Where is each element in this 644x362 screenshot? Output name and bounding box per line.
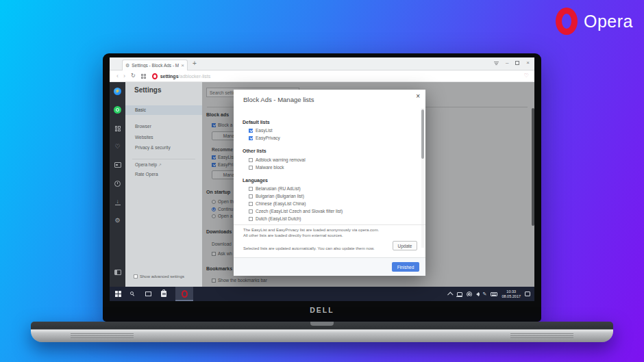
list-item[interactable]: Adblock warning removal [249, 157, 306, 162]
opera-brand-name: Opera [584, 12, 633, 31]
tab-menu-icon[interactable] [494, 62, 499, 65]
nav-item-websites[interactable]: Websites [125, 133, 202, 142]
dutch-checkbox[interactable] [249, 217, 253, 221]
nav-item-rate-opera[interactable]: Rate Opera [125, 170, 202, 179]
nav-item-opera-help[interactable]: Opera help ↗ [125, 160, 202, 170]
list-item[interactable]: Bulgarian (Bulgarian list) [249, 194, 304, 198]
update-hint-text: Selected lists are updated automatically… [243, 246, 375, 250]
settings-page-title: Settings [134, 86, 161, 94]
personal-news-icon[interactable] [110, 160, 125, 170]
other-lists-heading: Other lists [243, 148, 267, 153]
browser-tab-bar: ⚙ Settings - Block Ads - Ma × + – × [110, 57, 534, 70]
list-item[interactable]: Belarusian (RU AdList) [249, 186, 301, 191]
url-secondary: /adblocker-lists [179, 74, 211, 79]
list-item[interactable]: Malware block [249, 165, 284, 170]
czech-checkbox[interactable] [249, 209, 253, 214]
nav-item-browser[interactable]: Browser [125, 122, 202, 131]
close-window-button[interactable]: × [526, 60, 530, 66]
tray-keyboard-icon[interactable] [491, 292, 497, 296]
list-item[interactable]: EasyList [249, 128, 273, 133]
advanced-settings-row[interactable]: Show advanced settings [134, 274, 184, 279]
maximize-button[interactable] [515, 61, 519, 65]
advanced-settings-checkbox[interactable] [134, 274, 138, 279]
malware-block-checkbox[interactable] [249, 166, 253, 170]
tray-chevron-icon[interactable] [447, 292, 453, 297]
list-item[interactable]: Czech (EasyList Czech and Slovak filter … [249, 209, 343, 214]
forward-icon[interactable]: › [123, 73, 125, 79]
belarusian-checkbox[interactable] [249, 187, 253, 191]
bookmark-heart-icon[interactable]: ♡ [524, 73, 529, 79]
sidebar-toggle-icon[interactable] [110, 268, 125, 277]
opera-logo-icon [556, 8, 578, 35]
start-button[interactable] [112, 287, 124, 301]
taskbar-clock[interactable]: 10:33 08.05.2017 [501, 289, 521, 298]
finished-button[interactable]: Finished [392, 262, 419, 272]
tray-pen-icon[interactable]: ✎ [483, 292, 487, 296]
url-field[interactable]: settings/adblocker-lists [160, 74, 211, 79]
dialog-close-icon[interactable]: × [416, 93, 420, 100]
dialog-footer: Finished [234, 257, 425, 276]
nav-item-privacy[interactable]: Privacy & security [125, 143, 202, 153]
settings-gear-icon: ⚙ [125, 63, 129, 68]
update-button[interactable]: Update [393, 241, 417, 250]
nav-divider [132, 159, 195, 159]
opera-url-badge-icon [152, 73, 158, 79]
downloads-icon[interactable]: ↓ [110, 198, 125, 207]
task-view-icon[interactable] [142, 287, 154, 301]
tray-display-icon[interactable] [457, 292, 462, 296]
url-primary: settings [160, 74, 179, 79]
windows-taskbar: ✎ 10:33 08.05.2017 [110, 287, 534, 301]
list-item[interactable]: EasyPrivacy [249, 135, 280, 140]
chinese-checkbox[interactable] [249, 202, 253, 206]
whatsapp-icon[interactable] [110, 105, 125, 114]
nav-item-basic[interactable]: Basic [125, 105, 202, 115]
manage-lists-dialog: Block Ads - Manage lists × Default lists… [234, 90, 425, 276]
bulgarian-checkbox[interactable] [249, 194, 253, 198]
laptop-lid-notch [310, 322, 334, 326]
dell-logo: DELL [103, 306, 541, 314]
settings-gear-icon[interactable]: ⚙ [110, 216, 125, 225]
clock-date: 08.05.2017 [501, 294, 521, 299]
tab-close-icon[interactable]: × [181, 63, 184, 68]
opera-brand: Opera [556, 8, 633, 35]
bookmarks-heart-icon[interactable]: ♡ [110, 142, 125, 151]
browser-tab[interactable]: ⚙ Settings - Block Ads - Ma × [122, 60, 188, 70]
speaker-grille-right [510, 333, 573, 339]
speaker-grille-left [71, 333, 134, 339]
adblock-warning-checkbox[interactable] [249, 158, 253, 162]
dialog-info-text: The EasyList and EasyPrivacy list are lo… [243, 228, 379, 238]
messenger-icon[interactable]: ⚡ [110, 86, 125, 96]
advanced-settings-label: Show advanced settings [140, 274, 184, 279]
list-item[interactable]: Chinese (EasyList China) [249, 201, 306, 206]
store-icon[interactable] [158, 287, 170, 301]
speed-dial-grid-icon[interactable] [110, 124, 125, 133]
easyprivacy-dialog-checkbox[interactable] [249, 136, 253, 140]
taskbar-search-icon[interactable] [127, 287, 138, 301]
reload-icon[interactable]: ↻ [131, 73, 136, 79]
external-link-icon: ↗ [158, 163, 162, 167]
tray-network-icon[interactable] [467, 292, 472, 296]
dialog-scrollbar-thumb[interactable] [421, 109, 424, 159]
minimize-button[interactable]: – [506, 60, 508, 66]
speed-dial-icon[interactable] [141, 74, 146, 79]
history-clock-icon[interactable] [110, 179, 125, 188]
tab-title: Settings - Block Ads - Ma [132, 63, 179, 68]
tray-volume-icon[interactable] [476, 292, 479, 296]
action-center-icon[interactable] [525, 292, 530, 296]
opera-sidebar: ⚡ ♡ ↓ ⚙ [110, 82, 125, 287]
windows-logo-icon [115, 291, 121, 297]
laptop-base [31, 322, 613, 342]
laptop-display: ⚙ Settings - Block Ads - Ma × + – × ‹ › … [110, 57, 534, 301]
new-tab-button[interactable]: + [193, 60, 197, 67]
dialog-scrollbar[interactable] [421, 108, 424, 248]
languages-heading: Languages [243, 178, 268, 183]
default-lists-heading: Default lists [243, 120, 270, 125]
dialog-divider [234, 224, 425, 225]
address-bar: ‹ › ↻ settings/adblocker-lists ♡ [110, 70, 534, 82]
back-icon[interactable]: ‹ [116, 73, 119, 79]
easylist-dialog-checkbox[interactable] [249, 129, 253, 133]
dialog-title: Block Ads - Manage lists [243, 96, 314, 103]
taskbar-opera-icon[interactable] [175, 287, 193, 301]
list-item[interactable]: Dutch (EasyList Dutch) [249, 216, 301, 221]
settings-nav: Settings Basic Browser Websites Privacy … [125, 82, 202, 287]
